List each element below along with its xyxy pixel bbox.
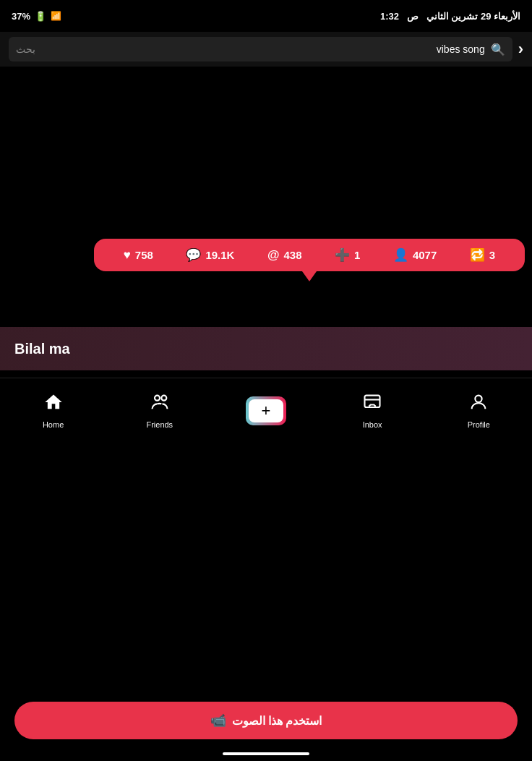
user-info-bar: Bilal ma [0, 327, 532, 370]
search-arrow-icon[interactable]: › [518, 40, 523, 59]
search-query: vibes song [437, 43, 485, 55]
comments-count: 💬 19.1K [186, 247, 234, 263]
reposts-value: 3 [489, 249, 495, 261]
username: Bilal ma [14, 341, 70, 357]
status-left: 37% 🔋 📶 [12, 11, 61, 22]
repost-icon: 🔁 [470, 247, 485, 263]
comments-value: 19.1K [205, 249, 234, 261]
comment-icon: 💬 [186, 247, 201, 263]
heart-icon: ♥ [124, 248, 131, 263]
mentions-count: @ 438 [267, 248, 302, 263]
new-followers-count: ➕ 1 [335, 247, 360, 263]
at-icon: @ [267, 248, 280, 263]
friends-label: Friends [146, 420, 173, 429]
inbox-label: Inbox [363, 420, 382, 429]
inbox-icon [362, 392, 382, 417]
person-icon: 👤 [393, 247, 408, 263]
nav-inbox[interactable]: Inbox [343, 392, 401, 429]
home-icon [43, 392, 64, 417]
status-bar: 37% 🔋 📶 الأربعاء 29 تشرين الثاني ص 1:32 [0, 0, 532, 32]
home-indicator [223, 752, 309, 755]
new-follower-icon: ➕ [335, 247, 350, 263]
svg-point-0 [155, 396, 160, 401]
likes-count: ♥ 758 [124, 248, 153, 263]
profile-label: Profile [468, 420, 490, 429]
plus-symbol: + [262, 401, 271, 420]
am-pm: ص [407, 11, 419, 22]
plus-button[interactable]: + [246, 396, 286, 425]
plus-inner: + [249, 399, 283, 422]
battery-icon: 🔋 [35, 11, 46, 22]
nav-friends[interactable]: Friends [131, 392, 189, 429]
new-followers-value: 1 [354, 249, 360, 261]
search-bar: بحث vibes song 🔍 › [0, 32, 532, 67]
time: 1:32 [380, 11, 399, 22]
mentions-value: 438 [284, 249, 302, 261]
friends-icon [150, 392, 170, 417]
notification-tooltip: ♥ 758 💬 19.1K @ 438 ➕ 1 👤 4077 🔁 3 [94, 239, 525, 271]
wifi-icon: 📶 [51, 11, 61, 21]
use-sound-button[interactable]: 📹 استخدم هذا الصوت [14, 702, 518, 739]
likes-value: 758 [135, 249, 153, 261]
search-placeholder: بحث [16, 43, 35, 55]
svg-point-3 [476, 396, 482, 402]
followers-count: 👤 4077 [393, 247, 437, 263]
reposts-count: 🔁 3 [470, 247, 495, 263]
svg-point-1 [161, 396, 166, 401]
nav-add[interactable]: + [237, 396, 295, 425]
followers-value: 4077 [413, 249, 437, 261]
battery-text: 37% [12, 11, 30, 22]
bottom-navigation: Home Friends + [0, 378, 532, 443]
search-container[interactable]: بحث vibes song 🔍 [9, 37, 512, 61]
status-right: الأربعاء 29 تشرين الثاني ص 1:32 [380, 11, 520, 22]
camera-icon: 📹 [210, 713, 226, 728]
use-sound-label: استخدم هذا الصوت [232, 714, 322, 728]
search-icon: 🔍 [491, 43, 505, 56]
nav-home[interactable]: Home [25, 392, 82, 429]
nav-profile[interactable]: Profile [450, 392, 507, 429]
profile-icon [468, 392, 489, 417]
date-arabic: الأربعاء 29 تشرين الثاني [426, 11, 520, 22]
home-label: Home [43, 420, 64, 429]
